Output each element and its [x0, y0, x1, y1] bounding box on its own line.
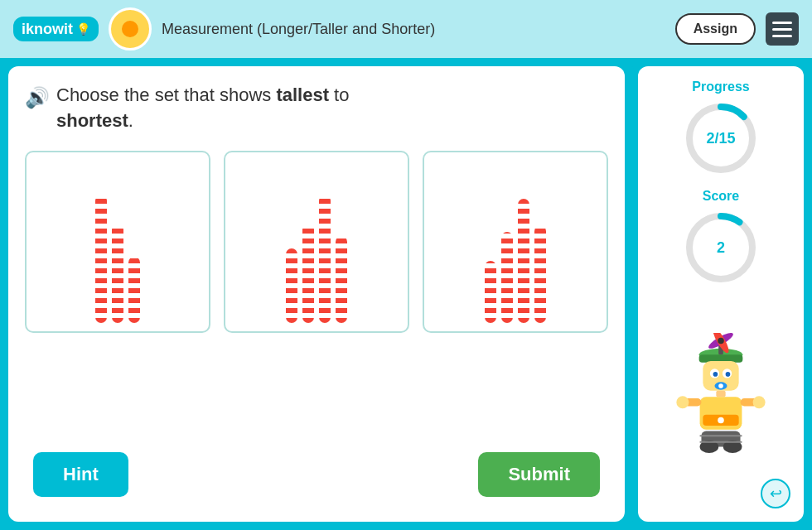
straw-a2 — [112, 224, 123, 323]
straw-body — [319, 195, 331, 323]
robot-character — [667, 333, 775, 465]
straw-body — [128, 257, 140, 323]
straw-b1 — [286, 248, 297, 323]
assign-button[interactable]: Assign — [675, 13, 756, 45]
header: iknowit 💡 Measurement (Longer/Taller and… — [0, 0, 812, 58]
svg-point-22 — [753, 396, 766, 408]
straw-c4 — [534, 225, 546, 323]
straw-c3 — [518, 199, 529, 323]
back-icon: ↩ — [770, 484, 782, 503]
straw-body — [501, 232, 513, 323]
question-row: 🔊 Choose the set that shows tallest tosh… — [25, 83, 608, 134]
sidebar: Progress 2/15 Score 2 — [638, 66, 804, 522]
content-panel: 🔊 Choose the set that shows tallest tosh… — [8, 66, 625, 522]
straw-body — [112, 224, 123, 323]
straw-body — [518, 199, 529, 323]
svg-point-14 — [726, 372, 731, 377]
straw-a3 — [128, 257, 140, 323]
divider — [629, 66, 634, 522]
straw-c2 — [501, 232, 513, 323]
main-area: 🔊 Choose the set that shows tallest tosh… — [0, 58, 812, 530]
choices-container — [25, 151, 608, 444]
svg-rect-17 — [716, 391, 725, 398]
choice-b[interactable] — [224, 151, 409, 333]
straw-a1 — [95, 195, 107, 323]
score-value: 2 — [717, 239, 725, 257]
lesson-title: Measurement (Longer/Taller and Shorter) — [162, 21, 665, 38]
svg-point-8 — [718, 338, 724, 344]
straw-body — [286, 248, 297, 323]
score-section: Score 2 — [651, 189, 790, 285]
bottom-bar: Hint Submit — [25, 444, 608, 505]
score-label: Score — [703, 189, 739, 204]
menu-line-1 — [772, 22, 792, 24]
menu-button[interactable] — [766, 12, 799, 46]
svg-point-13 — [713, 372, 718, 377]
lesson-icon-inner — [122, 21, 138, 37]
straw-body — [95, 195, 107, 323]
straw-body — [485, 261, 496, 323]
straw-body — [534, 225, 546, 323]
straw-b4 — [336, 236, 347, 323]
progress-section: Progress 2/15 — [651, 80, 790, 176]
choice-c[interactable] — [423, 151, 608, 333]
progress-value: 2/15 — [706, 130, 735, 147]
menu-line-3 — [772, 35, 792, 37]
straw-b3 — [319, 195, 331, 323]
robot-area — [667, 298, 775, 465]
progress-circle: 2/15 — [684, 101, 758, 176]
logo: iknowit 💡 — [13, 17, 99, 41]
svg-point-16 — [718, 383, 723, 388]
speaker-icon[interactable]: 🔊 — [25, 86, 50, 109]
straw-b2 — [302, 224, 314, 323]
question-text: Choose the set that shows tallest toshor… — [56, 83, 349, 134]
progress-label: Progress — [692, 80, 749, 94]
bulb-icon: 💡 — [76, 22, 90, 36]
lesson-icon — [109, 7, 152, 51]
svg-point-24 — [718, 417, 724, 424]
straw-body — [302, 224, 314, 323]
logo-text: iknowit — [22, 22, 73, 36]
menu-line-2 — [772, 28, 792, 31]
straw-body — [336, 236, 347, 323]
choice-a[interactable] — [25, 151, 210, 333]
hint-button[interactable]: Hint — [33, 452, 128, 497]
submit-button[interactable]: Submit — [478, 452, 600, 497]
svg-point-21 — [676, 396, 689, 408]
score-circle: 2 — [684, 210, 758, 285]
straw-c1 — [485, 261, 496, 323]
back-button[interactable]: ↩ — [761, 479, 790, 508]
